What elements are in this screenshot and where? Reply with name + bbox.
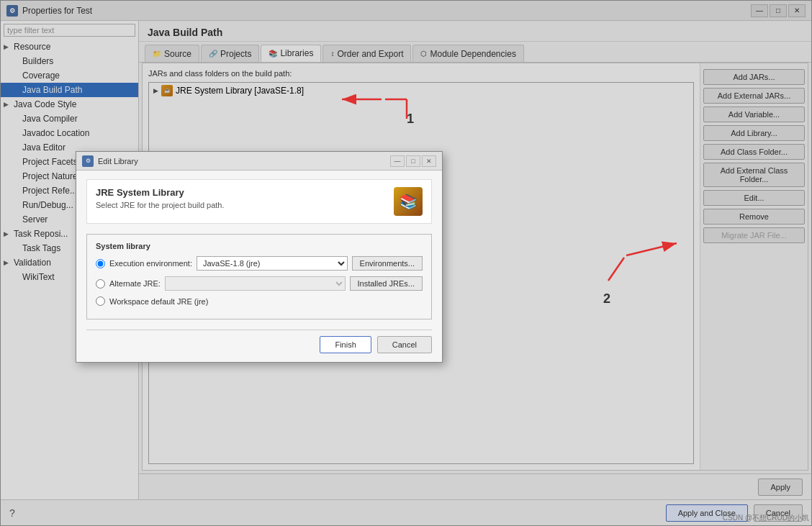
- bottom-bar: Apply: [139, 473, 811, 499]
- sidebar-item-label: Project Nature: [22, 171, 78, 181]
- sidebar-item-builders[interactable]: Builders: [1, 54, 138, 68]
- sidebar-item-label: Project Refe...: [22, 186, 77, 196]
- dialog-minimize-button[interactable]: —: [390, 155, 405, 167]
- workspace-default-radio[interactable]: [96, 296, 105, 306]
- apply-close-button[interactable]: Apply and Close: [666, 504, 748, 522]
- execution-env-select[interactable]: JavaSE-1.8 (jre): [197, 256, 348, 271]
- tab-libraries[interactable]: 📚 Libraries: [261, 45, 321, 62]
- window-title: Properties for Test: [22, 6, 751, 16]
- dialog-footer: Finish Cancel: [86, 330, 432, 353]
- add-class-folder-button[interactable]: Add Class Folder...: [703, 144, 805, 160]
- main-cancel-button[interactable]: Cancel: [754, 504, 803, 522]
- apply-button[interactable]: Apply: [758, 479, 803, 496]
- source-icon: 📁: [153, 50, 161, 58]
- sidebar-item-label: Java Code Style: [14, 99, 76, 109]
- add-library-button[interactable]: Add Library...: [703, 125, 805, 141]
- sidebar-item-java-build-path[interactable]: Java Build Path: [1, 83, 138, 97]
- alternate-jre-row: Alternate JRE: Installed JREs...: [96, 276, 423, 291]
- libraries-icon: 📚: [269, 50, 277, 58]
- projects-icon: 🔗: [209, 50, 217, 58]
- sidebar-item-label: WikiText: [22, 272, 55, 282]
- expand-icon: ▶: [4, 43, 11, 50]
- sidebar-item-label: Resource: [14, 42, 50, 52]
- module-deps-icon: ⬡: [420, 50, 427, 58]
- tab-source[interactable]: 📁 Source: [145, 45, 199, 62]
- sidebar-item-java-compiler[interactable]: Java Compiler: [1, 112, 138, 126]
- finish-button[interactable]: Finish: [320, 336, 371, 353]
- window-icon: ⚙: [6, 5, 18, 17]
- add-external-class-folder-button[interactable]: Add External Class Folder...: [703, 163, 805, 187]
- tab-module-deps-label: Module Dependencies: [430, 49, 515, 59]
- sidebar-item-label: Task Tags: [22, 243, 60, 253]
- tab-source-label: Source: [164, 49, 191, 59]
- add-jars-button[interactable]: Add JARs...: [703, 69, 805, 85]
- dialog-title: Edit Library: [98, 157, 390, 165]
- execution-env-radio[interactable]: [96, 259, 105, 268]
- installed-jres-button[interactable]: Installed JREs...: [350, 276, 423, 291]
- title-bar-controls: — □ ✕: [751, 4, 806, 17]
- sidebar-item-label: Java Editor: [22, 142, 66, 153]
- edit-library-dialog: ⚙ Edit Library — □ ✕ JRE System Library …: [76, 151, 443, 363]
- sidebar-item-resource[interactable]: ▶ Resource: [1, 40, 138, 54]
- jre-item-label: JRE System Library [JavaSE-1.8]: [176, 86, 304, 96]
- jre-icon: ☕: [161, 85, 173, 96]
- tab-order-export-label: Order and Export: [337, 49, 403, 59]
- maximize-button[interactable]: □: [770, 4, 787, 17]
- alternate-jre-radio[interactable]: [96, 279, 105, 289]
- dialog-cancel-button[interactable]: Cancel: [377, 336, 432, 353]
- execution-env-label: Execution environment:: [109, 259, 192, 268]
- alternate-jre-select[interactable]: [165, 276, 346, 291]
- dialog-controls: — □ ✕: [390, 155, 436, 167]
- dialog-close-button[interactable]: ✕: [422, 155, 436, 167]
- remove-button[interactable]: Remove: [703, 209, 805, 225]
- sidebar-item-label: Task Reposi...: [14, 229, 68, 239]
- sidebar-item-label: Validation: [14, 258, 51, 268]
- expand-icon: ▶: [4, 259, 11, 266]
- sidebar-item-label: Java Compiler: [22, 114, 78, 124]
- title-bar: ⚙ Properties for Test — □ ✕: [1, 1, 811, 21]
- filter-input[interactable]: [4, 24, 135, 37]
- tab-order-export[interactable]: ↕ Order and Export: [322, 45, 411, 62]
- dialog-header: JRE System Library Select JRE for the pr…: [86, 179, 432, 224]
- sidebar-item-java-code-style[interactable]: ▶ Java Code Style: [1, 97, 138, 112]
- dialog-icon: ⚙: [82, 155, 94, 167]
- dialog-header-text: JRE System Library Select JRE for the pr…: [96, 187, 394, 209]
- execution-env-row: Execution environment: JavaSE-1.8 (jre) …: [96, 256, 423, 271]
- sidebar-item-label: Java Build Path: [22, 85, 82, 95]
- edit-button[interactable]: Edit...: [703, 190, 805, 206]
- list-item[interactable]: ▶ ☕ JRE System Library [JavaSE-1.8]: [149, 83, 693, 99]
- tab-libraries-label: Libraries: [280, 48, 313, 58]
- dialog-header-title: JRE System Library: [96, 187, 394, 198]
- system-library-label: System library: [96, 242, 423, 250]
- right-buttons-panel: Add JARs... Add External JARs... Add Var…: [700, 63, 808, 470]
- environments-button[interactable]: Environments...: [352, 256, 423, 271]
- sidebar-item-javadoc-location[interactable]: Javadoc Location: [1, 126, 138, 140]
- sidebar-item-label: Server: [22, 214, 48, 225]
- sidebar-item-label: Project Facets: [22, 157, 78, 167]
- build-path-label: JARs and class folders on the build path…: [148, 69, 694, 78]
- page-title: Java Build Path: [139, 21, 811, 42]
- tab-projects[interactable]: 🔗 Projects: [201, 45, 259, 62]
- minimize-button[interactable]: —: [751, 4, 768, 17]
- add-external-jars-button[interactable]: Add External JARs...: [703, 88, 805, 104]
- jre-system-library-icon: 📚: [394, 187, 423, 216]
- tab-projects-label: Projects: [220, 49, 251, 59]
- dialog-maximize-button[interactable]: □: [406, 155, 420, 167]
- main-bottom-bar: ? Apply and Close Cancel: [1, 499, 811, 525]
- migrate-jar-button[interactable]: Migrate JAR File...: [703, 227, 805, 243]
- dialog-title-bar: ⚙ Edit Library — □ ✕: [76, 152, 442, 171]
- workspace-default-row: Workspace default JRE (jre): [96, 296, 423, 306]
- main-action-buttons: Apply and Close Cancel: [666, 504, 803, 522]
- tabs-bar: 📁 Source 🔗 Projects 📚 Libraries ↕ Order …: [139, 42, 811, 63]
- sidebar-item-label: Builders: [22, 56, 53, 66]
- dialog-body: JRE System Library Select JRE for the pr…: [76, 171, 442, 362]
- expand-icon: ▶: [4, 101, 11, 108]
- sidebar-item-coverage[interactable]: Coverage: [1, 68, 138, 83]
- tab-module-deps[interactable]: ⬡ Module Dependencies: [412, 45, 523, 62]
- close-button[interactable]: ✕: [788, 4, 806, 17]
- add-variable-button[interactable]: Add Variable...: [703, 106, 805, 122]
- expand-icon: ▶: [4, 230, 11, 237]
- help-icon[interactable]: ?: [9, 507, 15, 519]
- expand-arrow-icon: ▶: [153, 87, 158, 94]
- workspace-default-label: Workspace default JRE (jre): [109, 297, 208, 306]
